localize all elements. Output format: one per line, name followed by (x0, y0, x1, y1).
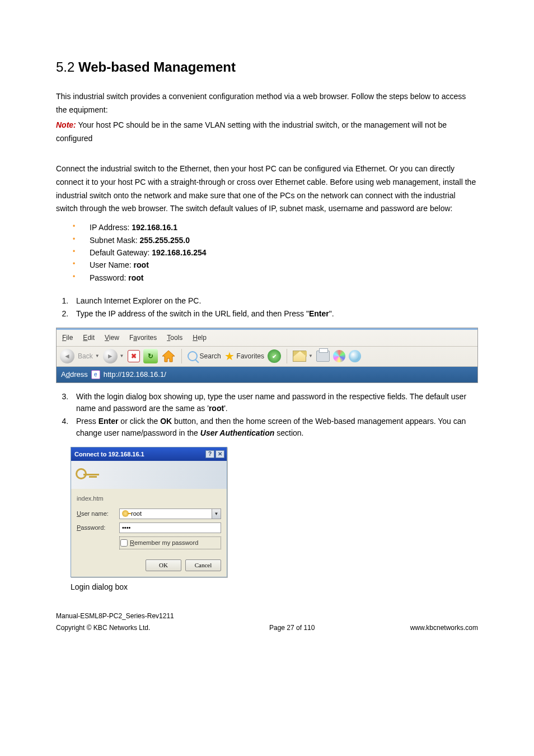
dialog-banner (71, 461, 227, 489)
svg-marker-0 (162, 351, 175, 362)
combo-dropdown-icon[interactable]: ▼ (212, 509, 221, 519)
password-value: •••• (122, 522, 130, 533)
key-icon (122, 510, 129, 517)
defaults-item: Default Gateway: 192.168.16.254 (73, 246, 478, 259)
footer-copyright: Copyright © KBC Networks Ltd. (56, 622, 174, 633)
toolbar-separator (287, 349, 287, 363)
remember-label: Remember my password (130, 538, 198, 548)
step-item: With the login dialog box showing up, ty… (71, 391, 478, 414)
back-button-icon[interactable]: ◄ (60, 349, 74, 363)
search-label: Search (200, 351, 221, 362)
figure-caption: Login dialog box (71, 581, 478, 594)
dialog-realm: index.htm (77, 493, 221, 504)
password-label: Password: (77, 522, 115, 533)
step-item: Launch Internet Explorer on the PC. (71, 295, 478, 307)
edit-button-icon[interactable] (333, 350, 345, 362)
back-dropdown-icon[interactable]: ▼ (95, 352, 100, 360)
address-field[interactable]: http://192.168.16.1/ (104, 368, 166, 381)
intro-paragraph: This industrial switch provides a conven… (56, 90, 478, 117)
note-text: Your host PC should be in the same VLAN … (56, 120, 447, 143)
ie-toolbar-screenshot: File Edit View Favorites Tools Help ◄ Ba… (56, 328, 478, 382)
page-footer: Manual-ESML8P-PC2_Series-Rev1211 Copyrig… (56, 610, 478, 633)
refresh-button-icon[interactable]: ↻ (143, 349, 158, 363)
section-number: 5.2 (56, 59, 74, 74)
forward-button-icon[interactable]: ► (103, 349, 118, 363)
mail-dropdown-icon[interactable]: ▼ (308, 352, 313, 360)
password-field[interactable]: •••• (119, 522, 221, 533)
section-heading: 5.2 Web-based Management (56, 56, 478, 79)
address-label: Address (61, 368, 88, 381)
remember-checkbox[interactable] (120, 539, 128, 547)
back-label: Back (78, 351, 93, 362)
remember-checkbox-row[interactable]: Remember my password (119, 536, 221, 549)
ie-button-bar: ◄ Back ▼ ► ▼ ✖ ↻ Search ★ Favorites ✔ ▼ (57, 347, 477, 367)
footer-page-number: Page 27 of 110 (269, 622, 315, 633)
step-item: Press Enter or click the OK button, and … (71, 416, 478, 439)
defaults-list: IP Address: 192.168.16.1 Subnet Mask: 25… (73, 221, 478, 284)
defaults-item: Password: root (73, 272, 478, 284)
dialog-titlebar: Connect to 192.168.16.1 ? ✕ (71, 447, 227, 461)
messenger-button-icon[interactable] (349, 350, 361, 362)
search-button[interactable]: Search (188, 351, 221, 362)
step-item: Type the IP address of the switch in the… (71, 308, 478, 320)
close-button-icon[interactable]: ✕ (216, 450, 224, 458)
menu-edit[interactable]: Edit (83, 332, 95, 343)
home-button-icon[interactable] (161, 349, 176, 363)
star-icon: ★ (224, 347, 235, 366)
cancel-button[interactable]: Cancel (185, 559, 221, 571)
section-title: Web-based Management (78, 59, 236, 74)
login-dialog-screenshot: Connect to 192.168.16.1 ? ✕ index.htm Us… (71, 447, 227, 577)
defaults-item: Subnet Mask: 255.255.255.0 (73, 234, 478, 246)
ie-menubar: File Edit View Favorites Tools Help (57, 328, 477, 346)
history-button-icon[interactable]: ✔ (268, 349, 281, 363)
search-icon (188, 351, 198, 361)
menu-view[interactable]: View (105, 332, 119, 343)
defaults-item: IP Address: 192.168.16.1 (73, 221, 478, 234)
connect-paragraph: Connect the industrial switch to the Eth… (56, 162, 478, 216)
menu-tools[interactable]: Tools (167, 332, 182, 343)
stop-button-icon[interactable]: ✖ (128, 350, 140, 362)
page-icon: e (91, 370, 100, 379)
ok-button[interactable]: OK (146, 559, 181, 571)
favorites-button[interactable]: ★ Favorites (224, 347, 264, 366)
steps-list-b: With the login dialog box showing up, ty… (56, 391, 478, 439)
footer-url: www.kbcnetworks.com (410, 622, 478, 633)
ie-address-bar: Address e http://192.168.16.1/ (57, 367, 477, 382)
favorites-label: Favorites (237, 351, 264, 362)
username-label: User name: (77, 508, 115, 519)
defaults-item: User Name: root (73, 259, 478, 271)
print-button-icon[interactable] (316, 351, 330, 362)
username-field[interactable]: root ▼ (119, 508, 221, 519)
steps-list-a: Launch Internet Explorer on the PC. Type… (56, 295, 478, 320)
note-label: Note: (56, 120, 76, 129)
mail-button-icon[interactable] (293, 351, 306, 362)
menu-file[interactable]: File (62, 332, 73, 343)
keys-icon (76, 466, 93, 484)
menu-favorites[interactable]: Favorites (129, 332, 157, 343)
dialog-title-text: Connect to 192.168.16.1 (74, 449, 144, 460)
note-paragraph: Note: Your host PC should be in the same… (56, 119, 478, 146)
help-button-icon[interactable]: ? (205, 450, 214, 458)
forward-dropdown-icon[interactable]: ▼ (120, 352, 124, 360)
toolbar-separator (181, 349, 182, 363)
footer-doc-id: Manual-ESML8P-PC2_Series-Rev1211 (56, 610, 174, 622)
username-value: root (131, 508, 142, 519)
menu-help[interactable]: Help (193, 332, 207, 343)
